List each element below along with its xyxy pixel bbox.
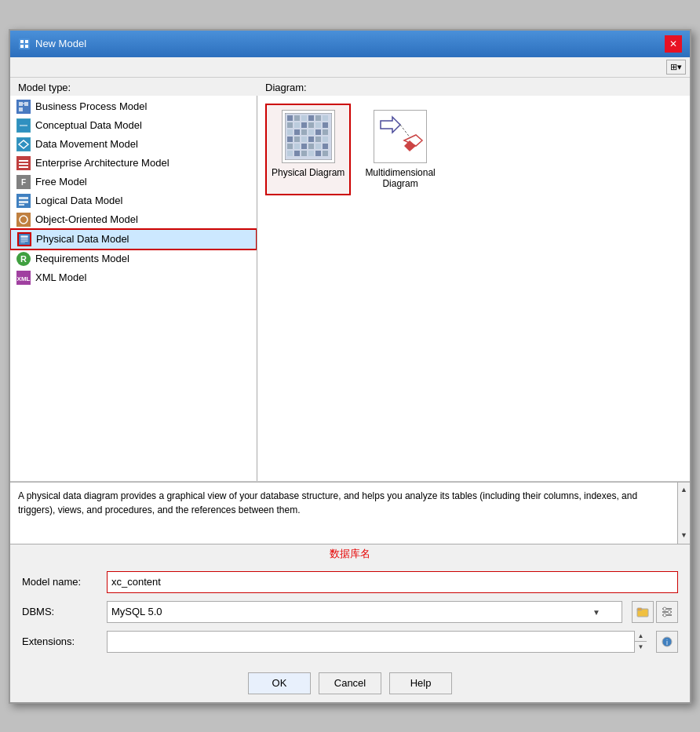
dbms-browse-button[interactable]: [632, 601, 654, 623]
main-content-area: Business Process ModelConceptual Data Mo…: [10, 96, 690, 482]
svg-rect-4: [25, 45, 28, 48]
svg-text:F: F: [21, 178, 26, 187]
svg-text:XML: XML: [17, 275, 31, 282]
svg-rect-61: [287, 144, 293, 149]
svg-rect-59: [315, 137, 321, 142]
diagram-label-multidimensional: Multidimensional Diagram: [365, 167, 435, 189]
diagram-panel: Physical Diagram Multidimensional Diagra…: [257, 96, 690, 481]
model-type-item-req[interactable]: RRequirements Model: [10, 249, 257, 268]
svg-rect-3: [20, 45, 24, 48]
spinner-down[interactable]: ▼: [635, 642, 647, 653]
svg-point-84: [663, 607, 666, 610]
model-type-item-bpm[interactable]: Business Process Model: [10, 97, 257, 116]
help-button[interactable]: Help: [389, 672, 452, 694]
svg-rect-71: [315, 151, 321, 156]
description-text: A physical data diagram provides a graph…: [18, 489, 666, 517]
svg-text:R: R: [20, 254, 27, 264]
title-bar-left: New Model: [18, 38, 86, 50]
model-type-item-xml[interactable]: XMLXML Model: [10, 268, 257, 287]
model-type-item-oom[interactable]: Object-Oriented Model: [10, 210, 257, 229]
svg-rect-40: [308, 115, 314, 121]
scroll-down-arrow[interactable]: ▼: [678, 528, 690, 544]
model-icon-dmm: [16, 137, 31, 151]
diagram-item-physical[interactable]: Physical Diagram: [265, 104, 351, 195]
dialog-title-icon: [18, 38, 31, 50]
svg-rect-16: [19, 163, 28, 165]
model-name-label: Model name:: [22, 576, 100, 588]
svg-rect-27: [20, 235, 27, 237]
close-button[interactable]: ✕: [665, 35, 682, 53]
svg-rect-45: [301, 122, 307, 128]
model-type-label-oom: Object-Oriented Model: [35, 213, 138, 225]
svg-rect-17: [19, 166, 28, 168]
cancel-button[interactable]: Cancel: [319, 672, 381, 694]
model-icon-frm: F: [16, 175, 31, 189]
model-type-item-cdm[interactable]: Conceptual Data Model: [10, 116, 257, 135]
model-type-label-cdm: Conceptual Data Model: [35, 119, 142, 131]
svg-rect-56: [294, 137, 300, 142]
button-row: OK Cancel Help: [10, 661, 690, 702]
scroll-up-arrow[interactable]: ▲: [678, 483, 690, 498]
spinner-up[interactable]: ▲: [635, 631, 647, 643]
extensions-browse-button[interactable]: i: [656, 631, 678, 653]
svg-rect-51: [301, 129, 307, 135]
diagram-icon-box-multidimensional: [374, 110, 427, 163]
model-type-label-req: Requirements Model: [35, 253, 129, 264]
svg-rect-47: [315, 122, 321, 128]
model-icon-cdm: [16, 118, 31, 133]
model-icon-req: R: [16, 252, 31, 266]
svg-rect-44: [294, 122, 300, 128]
dbms-buttons: [632, 601, 678, 623]
svg-rect-53: [315, 129, 321, 135]
svg-rect-57: [301, 137, 307, 142]
model-name-row: Model name:: [22, 571, 678, 593]
dialog-title: New Model: [35, 38, 86, 49]
model-type-label-frm: Free Model: [35, 176, 87, 188]
extensions-input[interactable]: [107, 631, 647, 653]
model-type-item-dmm[interactable]: Data Movement Model: [10, 135, 257, 154]
dbms-settings-button[interactable]: [656, 601, 678, 623]
svg-rect-21: [19, 197, 28, 199]
extensions-spinner-wrapper: ▲ ▼: [107, 631, 647, 653]
svg-rect-60: [323, 137, 328, 142]
dbms-select[interactable]: MySQL 5.0MySQL 4.0Oracle 12cSQL Server 2…: [107, 601, 622, 623]
svg-rect-68: [294, 151, 300, 156]
model-icon-ldm: [16, 194, 31, 208]
model-type-item-pdm[interactable]: Physical Data Model: [10, 229, 257, 249]
ok-button[interactable]: OK: [248, 672, 311, 694]
watermark-label: 数据库名: [10, 544, 690, 563]
model-type-label-dmm: Data Movement Model: [35, 138, 138, 150]
svg-rect-30: [20, 240, 27, 242]
form-area: Model name: DBMS: MySQL 5.0MySQL 4.0Orac…: [10, 563, 690, 661]
svg-rect-41: [315, 115, 321, 121]
svg-rect-29: [20, 239, 27, 240]
svg-rect-42: [323, 115, 328, 121]
svg-rect-80: [637, 608, 642, 610]
svg-rect-50: [294, 129, 300, 135]
svg-rect-38: [294, 115, 300, 121]
svg-rect-39: [301, 115, 307, 121]
model-type-item-ldm[interactable]: Logical Data Model: [10, 191, 257, 210]
svg-rect-49: [287, 129, 293, 135]
description-scrollbar: ▲ ▼: [677, 483, 690, 544]
model-name-input[interactable]: [107, 571, 678, 593]
svg-rect-74: [377, 113, 424, 160]
view-toggle-button[interactable]: ⊞▾: [666, 60, 686, 75]
model-type-item-frm[interactable]: FFree Model: [10, 173, 257, 191]
svg-rect-2: [25, 40, 28, 43]
svg-rect-70: [308, 151, 314, 156]
svg-rect-63: [301, 144, 307, 149]
extensions-row: Extensions: ▲ ▼ i: [22, 631, 678, 653]
svg-rect-23: [19, 204, 24, 206]
svg-rect-55: [287, 137, 293, 142]
svg-rect-7: [24, 102, 28, 106]
model-type-section-label: Model type:: [18, 82, 265, 93]
svg-rect-66: [323, 144, 328, 149]
diagram-item-multidimensional[interactable]: Multidimensional Diagram: [359, 104, 441, 195]
diagram-icon-box-physical: [282, 110, 335, 163]
svg-rect-62: [294, 144, 300, 149]
model-type-item-eam[interactable]: Enterprise Architecture Model: [10, 154, 257, 173]
model-type-label-ldm: Logical Data Model: [35, 195, 122, 206]
svg-rect-64: [308, 144, 314, 149]
model-type-label-bpm: Business Process Model: [35, 100, 147, 112]
